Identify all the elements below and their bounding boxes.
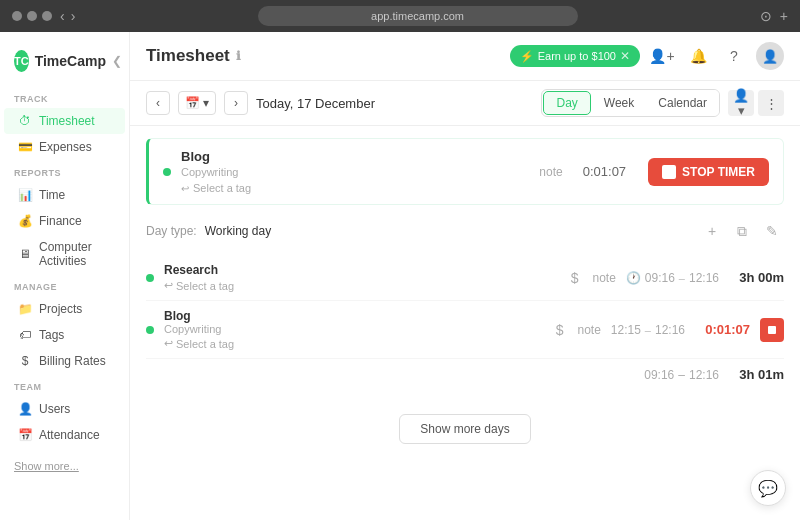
logo-text: TimeCamp (35, 53, 106, 69)
summary-time-range: 09:16 – 12:16 (644, 368, 719, 382)
entry-category-1: Copywriting (164, 323, 542, 335)
calendar-picker-btn[interactable]: 📅 ▾ (178, 91, 216, 115)
entry-tag-selector-0[interactable]: ↩ Select a tag (164, 279, 557, 292)
attendance-icon: 📅 (18, 428, 32, 442)
browser-dot-3 (42, 11, 52, 21)
sidebar-item-expenses[interactable]: 💳 Expenses (4, 134, 125, 160)
copy-day-btn[interactable]: ⧉ (730, 219, 754, 243)
entry-tag-selector-1[interactable]: ↩ Select a tag (164, 337, 542, 350)
sidebar-item-time[interactable]: 📊 Time (4, 182, 125, 208)
projects-icon: 📁 (18, 302, 32, 316)
entry-billing-btn-1[interactable]: $ (552, 322, 568, 338)
entry-stop-btn-1[interactable] (760, 318, 784, 342)
table-row: Blog Copywriting ↩ Select a tag $ note 1… (146, 301, 784, 359)
entry-task-name-1: Blog (164, 309, 542, 323)
tab-week[interactable]: Week (592, 90, 646, 116)
calendar-chevron: ▾ (203, 96, 209, 110)
entry-tag-label-0: Select a tag (176, 280, 234, 292)
sidebar-item-projects[interactable]: 📁 Projects (4, 296, 125, 322)
sidebar-item-computer-activities[interactable]: 🖥 Computer Activities (4, 234, 125, 274)
entry-dash-0: – (679, 272, 685, 284)
browser-url[interactable]: app.timecamp.com (258, 6, 578, 26)
browser-share-icon[interactable]: ⊙ (760, 8, 772, 24)
stop-timer-label: STOP TIMER (682, 165, 755, 179)
page-header: Timesheet ℹ ⚡ Earn up to $100 ✕ 👤+ 🔔 ? 👤 (130, 32, 800, 81)
sidebar-item-users[interactable]: 👤 Users (4, 396, 125, 422)
show-more-days-btn[interactable]: Show more days (399, 414, 530, 444)
info-icon[interactable]: ℹ (236, 49, 241, 63)
show-more-link[interactable]: Show more... (0, 452, 129, 480)
nav-back-icon[interactable]: ‹ (60, 8, 65, 24)
billing-rates-icon: $ (18, 354, 32, 368)
logo-icon: TC (14, 50, 29, 72)
entry-billing-btn-0[interactable]: $ (567, 270, 583, 286)
sidebar-item-finance[interactable]: 💰 Finance (4, 208, 125, 234)
sidebar-label-time: Time (39, 188, 65, 202)
earn-badge[interactable]: ⚡ Earn up to $100 ✕ (510, 45, 640, 67)
sidebar-item-billing-rates[interactable]: $ Billing Rates (4, 348, 125, 374)
day-actions: + ⧉ ✎ (700, 219, 784, 243)
entry-tag-label-1: Select a tag (176, 338, 234, 350)
timer-note-btn[interactable]: note (539, 165, 562, 179)
sidebar-label-users: Users (39, 402, 70, 416)
earn-badge-close[interactable]: ✕ (620, 49, 630, 63)
tab-calendar[interactable]: Calendar (646, 90, 719, 116)
entry-note-btn-0[interactable]: note (592, 271, 615, 285)
entry-tag-icon-0: ↩ (164, 279, 173, 292)
summary-start: 09:16 (644, 368, 674, 382)
browser-add-tab-icon[interactable]: + (780, 8, 788, 24)
time-icon: 📊 (18, 188, 32, 202)
nav-forward-icon[interactable]: › (71, 8, 76, 24)
entry-note-btn-1[interactable]: note (577, 323, 600, 337)
bell-icon-btn[interactable]: 🔔 (684, 42, 712, 70)
entry-dash-1: – (645, 324, 651, 336)
add-entry-btn[interactable]: + (700, 219, 724, 243)
stop-square-icon (768, 326, 776, 334)
add-user-btn[interactable]: 👤+ (648, 42, 676, 70)
timer-task-category: Copywriting (181, 166, 529, 178)
browser-nav[interactable]: ‹ › (60, 8, 75, 24)
user-avatar[interactable]: 👤 (756, 42, 784, 70)
sidebar-item-attendance[interactable]: 📅 Attendance (4, 422, 125, 448)
entry-task-name-0: Research (164, 263, 557, 277)
timer-tag-selector[interactable]: ↩ Select a tag (181, 182, 529, 194)
table-row: Research ↩ Select a tag $ note 🕐 09:16 –… (146, 255, 784, 301)
summary-row: 09:16 – 12:16 3h 01m (146, 359, 784, 390)
browser-dots (12, 11, 52, 21)
user-filter-btn[interactable]: 👤 ▾ (728, 90, 754, 116)
entry-end-1: 12:16 (655, 323, 685, 337)
sidebar-label-computer-activities: Computer Activities (39, 240, 111, 268)
sidebar-section-team: TEAM (0, 374, 129, 396)
entry-start-0: 09:16 (645, 271, 675, 285)
chat-fab-btn[interactable]: 💬 (750, 470, 786, 506)
timer-elapsed: 0:01:07 (583, 164, 626, 179)
sidebar-logo: TC TimeCamp ❮ (0, 42, 129, 86)
entry-start-1: 12:15 (611, 323, 641, 337)
users-icon: 👤 (18, 402, 32, 416)
summary-end: 12:16 (689, 368, 719, 382)
entry-duration-0: 3h 00m (729, 270, 784, 285)
edit-day-btn[interactable]: ✎ (760, 219, 784, 243)
next-day-btn[interactable]: › (224, 91, 248, 115)
tags-icon: 🏷 (18, 328, 32, 342)
help-icon-btn[interactable]: ? (720, 42, 748, 70)
entry-task-0: Research ↩ Select a tag (164, 263, 557, 292)
sidebar-collapse-btn[interactable]: ❮ (112, 54, 122, 68)
sidebar-label-timesheet: Timesheet (39, 114, 95, 128)
more-options-btn[interactable]: ⋮ (758, 90, 784, 116)
toolbar-right: 👤 ▾ ⋮ (728, 90, 784, 116)
sidebar-item-timesheet[interactable]: ⏱ Timesheet (4, 108, 125, 134)
tab-day[interactable]: Day (543, 91, 590, 115)
clock-icon-0: 🕐 (626, 271, 641, 285)
summary-dash: – (678, 368, 685, 382)
sidebar: TC TimeCamp ❮ TRACK ⏱ Timesheet 💳 Expens… (0, 32, 130, 520)
sidebar-label-projects: Projects (39, 302, 82, 316)
url-text: app.timecamp.com (371, 10, 464, 22)
page-title-text: Timesheet (146, 46, 230, 66)
timer-task-name: Blog (181, 149, 529, 164)
browser-dot-1 (12, 11, 22, 21)
stop-timer-btn[interactable]: STOP TIMER (648, 158, 769, 186)
main-content: Timesheet ℹ ⚡ Earn up to $100 ✕ 👤+ 🔔 ? 👤… (130, 32, 800, 520)
sidebar-item-tags[interactable]: 🏷 Tags (4, 322, 125, 348)
prev-day-btn[interactable]: ‹ (146, 91, 170, 115)
